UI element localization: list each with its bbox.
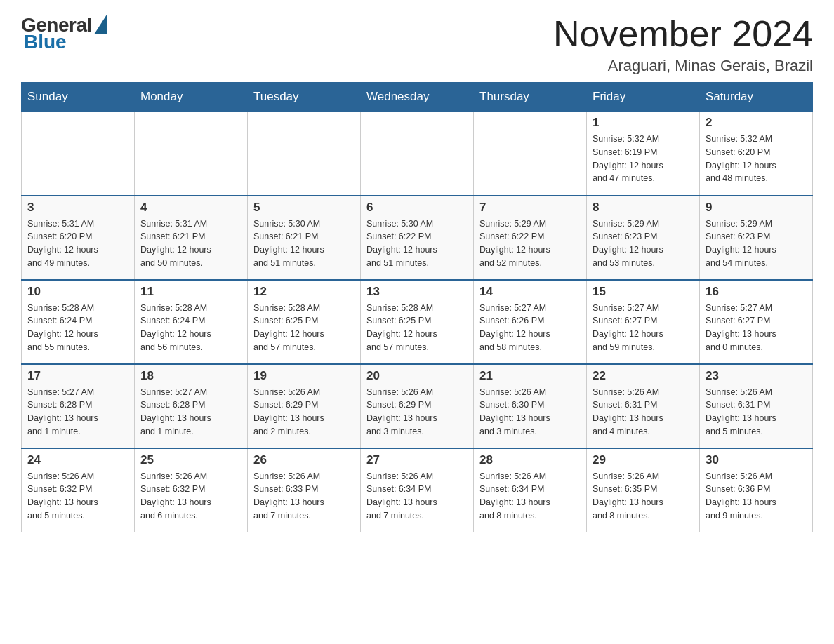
calendar-cell [361,112,474,196]
calendar-cell: 10Sunrise: 5:28 AMSunset: 6:24 PMDayligh… [22,280,135,364]
column-header-monday: Monday [135,83,248,112]
calendar-cell: 11Sunrise: 5:28 AMSunset: 6:24 PMDayligh… [135,280,248,364]
day-info: Sunrise: 5:26 AMSunset: 6:32 PMDaylight:… [27,470,128,523]
calendar-cell: 21Sunrise: 5:26 AMSunset: 6:30 PMDayligh… [474,364,587,448]
day-number: 26 [253,453,355,467]
day-info: Sunrise: 5:26 AMSunset: 6:34 PMDaylight:… [366,470,468,523]
calendar-week-row: 10Sunrise: 5:28 AMSunset: 6:24 PMDayligh… [22,280,813,364]
day-number: 5 [253,201,355,215]
calendar-table: SundayMondayTuesdayWednesdayThursdayFrid… [21,82,813,532]
day-info: Sunrise: 5:28 AMSunset: 6:25 PMDaylight:… [366,302,468,354]
day-number: 29 [593,453,694,467]
column-header-tuesday: Tuesday [248,83,361,112]
day-number: 9 [706,201,807,215]
day-number: 15 [593,285,694,299]
calendar-cell: 8Sunrise: 5:29 AMSunset: 6:23 PMDaylight… [587,196,700,280]
calendar-cell: 12Sunrise: 5:28 AMSunset: 6:25 PMDayligh… [248,280,361,364]
day-number: 24 [27,453,128,467]
calendar-cell: 20Sunrise: 5:26 AMSunset: 6:29 PMDayligh… [361,364,474,448]
calendar-cell: 13Sunrise: 5:28 AMSunset: 6:25 PMDayligh… [361,280,474,364]
calendar-cell [22,112,135,196]
calendar-cell: 6Sunrise: 5:30 AMSunset: 6:22 PMDaylight… [361,196,474,280]
day-number: 20 [366,369,468,383]
day-info: Sunrise: 5:30 AMSunset: 6:22 PMDaylight:… [366,217,468,270]
day-info: Sunrise: 5:27 AMSunset: 6:28 PMDaylight:… [27,386,128,438]
calendar-cell: 26Sunrise: 5:26 AMSunset: 6:33 PMDayligh… [248,448,361,532]
calendar-cell: 30Sunrise: 5:26 AMSunset: 6:36 PMDayligh… [700,448,813,532]
calendar-week-row: 3Sunrise: 5:31 AMSunset: 6:20 PMDaylight… [22,196,813,280]
day-info: Sunrise: 5:26 AMSunset: 6:35 PMDaylight:… [593,470,694,523]
calendar-cell: 16Sunrise: 5:27 AMSunset: 6:27 PMDayligh… [700,280,813,364]
calendar-cell: 14Sunrise: 5:27 AMSunset: 6:26 PMDayligh… [474,280,587,364]
day-info: Sunrise: 5:26 AMSunset: 6:34 PMDaylight:… [479,470,581,523]
calendar-cell [474,112,587,196]
calendar-week-row: 24Sunrise: 5:26 AMSunset: 6:32 PMDayligh… [22,448,813,532]
day-info: Sunrise: 5:27 AMSunset: 6:27 PMDaylight:… [706,302,807,354]
calendar-cell: 4Sunrise: 5:31 AMSunset: 6:21 PMDaylight… [135,196,248,280]
month-title: November 2024 [553,14,813,54]
day-number: 3 [27,201,128,215]
calendar-cell: 18Sunrise: 5:27 AMSunset: 6:28 PMDayligh… [135,364,248,448]
logo: General Blue [21,14,107,53]
calendar-cell: 2Sunrise: 5:32 AMSunset: 6:20 PMDaylight… [700,112,813,196]
column-header-sunday: Sunday [22,83,135,112]
calendar-cell: 24Sunrise: 5:26 AMSunset: 6:32 PMDayligh… [22,448,135,532]
day-number: 16 [706,285,807,299]
day-info: Sunrise: 5:26 AMSunset: 6:33 PMDaylight:… [253,470,355,523]
day-number: 19 [253,369,355,383]
day-number: 7 [479,201,581,215]
calendar-cell: 23Sunrise: 5:26 AMSunset: 6:31 PMDayligh… [700,364,813,448]
day-number: 6 [366,201,468,215]
calendar-cell: 27Sunrise: 5:26 AMSunset: 6:34 PMDayligh… [361,448,474,532]
day-info: Sunrise: 5:31 AMSunset: 6:21 PMDaylight:… [140,217,241,270]
day-number: 4 [140,201,241,215]
day-info: Sunrise: 5:28 AMSunset: 6:24 PMDaylight:… [140,302,241,354]
calendar-cell: 28Sunrise: 5:26 AMSunset: 6:34 PMDayligh… [474,448,587,532]
calendar-week-row: 1Sunrise: 5:32 AMSunset: 6:19 PMDaylight… [22,112,813,196]
day-info: Sunrise: 5:27 AMSunset: 6:26 PMDaylight:… [479,302,581,354]
column-header-friday: Friday [587,83,700,112]
day-number: 8 [593,201,694,215]
day-info: Sunrise: 5:29 AMSunset: 6:22 PMDaylight:… [479,217,581,270]
day-info: Sunrise: 5:26 AMSunset: 6:36 PMDaylight:… [706,470,807,523]
day-number: 1 [593,116,694,130]
day-number: 13 [366,285,468,299]
day-info: Sunrise: 5:27 AMSunset: 6:28 PMDaylight:… [140,386,241,438]
day-info: Sunrise: 5:29 AMSunset: 6:23 PMDaylight:… [706,217,807,270]
day-info: Sunrise: 5:26 AMSunset: 6:29 PMDaylight:… [253,386,355,438]
column-header-thursday: Thursday [474,83,587,112]
day-number: 30 [706,453,807,467]
calendar-cell [248,112,361,196]
day-info: Sunrise: 5:27 AMSunset: 6:27 PMDaylight:… [593,302,694,354]
calendar-cell: 17Sunrise: 5:27 AMSunset: 6:28 PMDayligh… [22,364,135,448]
column-header-wednesday: Wednesday [361,83,474,112]
day-info: Sunrise: 5:26 AMSunset: 6:29 PMDaylight:… [366,386,468,438]
calendar-week-row: 17Sunrise: 5:27 AMSunset: 6:28 PMDayligh… [22,364,813,448]
day-info: Sunrise: 5:26 AMSunset: 6:31 PMDaylight:… [593,386,694,438]
day-info: Sunrise: 5:26 AMSunset: 6:30 PMDaylight:… [479,386,581,438]
calendar-cell: 25Sunrise: 5:26 AMSunset: 6:32 PMDayligh… [135,448,248,532]
day-number: 25 [140,453,241,467]
day-info: Sunrise: 5:32 AMSunset: 6:20 PMDaylight:… [706,133,807,185]
day-info: Sunrise: 5:26 AMSunset: 6:32 PMDaylight:… [140,470,241,523]
day-number: 12 [253,285,355,299]
calendar-header-row: SundayMondayTuesdayWednesdayThursdayFrid… [22,83,813,112]
calendar-cell: 3Sunrise: 5:31 AMSunset: 6:20 PMDaylight… [22,196,135,280]
calendar-cell [135,112,248,196]
day-info: Sunrise: 5:31 AMSunset: 6:20 PMDaylight:… [27,217,128,270]
day-number: 23 [706,369,807,383]
calendar-cell: 15Sunrise: 5:27 AMSunset: 6:27 PMDayligh… [587,280,700,364]
calendar-cell: 29Sunrise: 5:26 AMSunset: 6:35 PMDayligh… [587,448,700,532]
page-header: General Blue November 2024 Araguari, Min… [21,14,813,75]
day-info: Sunrise: 5:29 AMSunset: 6:23 PMDaylight:… [593,217,694,270]
logo-blue-text: Blue [24,31,67,53]
day-number: 21 [479,369,581,383]
day-info: Sunrise: 5:28 AMSunset: 6:24 PMDaylight:… [27,302,128,354]
day-number: 28 [479,453,581,467]
calendar-cell: 7Sunrise: 5:29 AMSunset: 6:22 PMDaylight… [474,196,587,280]
day-number: 18 [140,369,241,383]
day-number: 27 [366,453,468,467]
calendar-cell: 5Sunrise: 5:30 AMSunset: 6:21 PMDaylight… [248,196,361,280]
title-block: November 2024 Araguari, Minas Gerais, Br… [553,14,813,75]
day-info: Sunrise: 5:26 AMSunset: 6:31 PMDaylight:… [706,386,807,438]
